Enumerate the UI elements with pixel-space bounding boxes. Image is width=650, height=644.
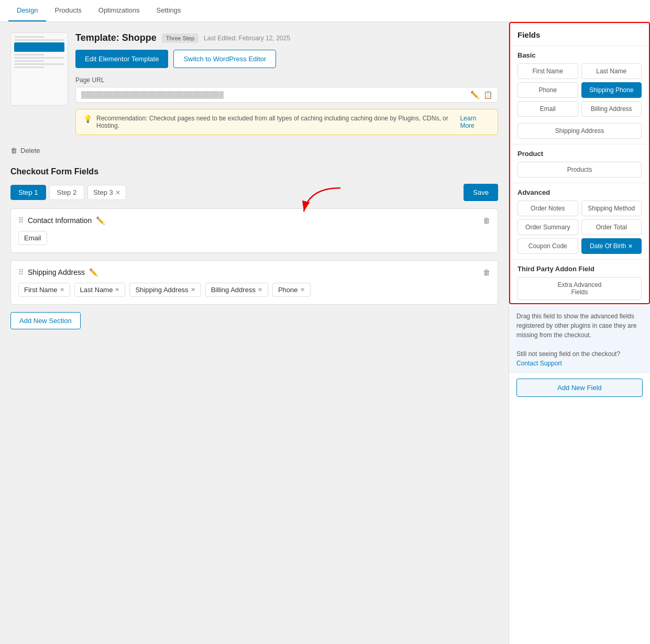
contact-information-section: ⠿ Contact Information ✏️ 🗑 Email <box>10 208 498 253</box>
step-tab-1[interactable]: Step 1 <box>10 185 46 200</box>
basic-category: Basic <box>510 48 649 60</box>
step-tab-2[interactable]: Step 2 <box>49 185 85 200</box>
edit-section-icon[interactable]: ✏️ <box>96 216 105 225</box>
template-badge: Three Step <box>162 34 199 43</box>
last-edited: Last Edited: February 12, 2025 <box>204 35 290 42</box>
field-products[interactable]: Products <box>517 162 642 177</box>
product-category: Product <box>510 147 649 159</box>
trash-icon: 🗑 <box>10 147 17 154</box>
tab-products[interactable]: Products <box>46 0 90 21</box>
field-last-name[interactable]: Last Name <box>581 63 642 79</box>
info-box: Drag this field to show the advanced fie… <box>509 306 650 373</box>
section-shipping-label: Shipping Address <box>28 268 85 276</box>
top-nav: Design Products Optimizations Settings <box>0 0 650 22</box>
remove-lastname-icon[interactable]: ✕ <box>115 286 119 293</box>
step3-close-icon[interactable]: ✕ <box>115 189 120 196</box>
field-phone[interactable]: Phone <box>517 82 578 98</box>
drag-handle-icon-2: ⠿ <box>18 268 24 276</box>
add-new-field-button[interactable]: Add New Field <box>516 379 643 397</box>
field-email[interactable]: Email <box>517 101 578 117</box>
field-extra-advanced[interactable]: Extra Advanced Fields <box>517 277 642 300</box>
lightbulb-icon: 💡 <box>83 115 92 123</box>
save-button[interactable]: Save <box>464 184 498 201</box>
tab-design[interactable]: Design <box>8 0 46 21</box>
advanced-category: Advanced <box>510 185 649 197</box>
delete-shipping-icon[interactable]: 🗑 <box>483 268 490 276</box>
page-url-field: ████████████████████████████████ ✏️ 📋 <box>75 87 498 103</box>
page-url-value: ████████████████████████████████ <box>81 91 470 98</box>
fields-panel-title: Fields <box>510 23 649 43</box>
third-party-category: Third Party Addon Field <box>510 262 649 274</box>
edit-elementor-btn[interactable]: Edit Elementor Template <box>75 50 168 68</box>
field-date-of-birth[interactable]: Date Of Birth ✕ <box>581 238 642 254</box>
edit-shipping-icon[interactable]: ✏️ <box>89 268 98 276</box>
remove-firstname-icon[interactable]: ✕ <box>60 286 64 293</box>
delete-section-icon[interactable]: 🗑 <box>483 216 490 225</box>
delete-button[interactable]: 🗑 Delete <box>10 147 40 154</box>
remove-phone-icon[interactable]: ✕ <box>300 286 305 293</box>
remove-billing-address-icon[interactable]: ✕ <box>258 286 262 293</box>
shipping-address-section: ⠿ Shipping Address ✏️ 🗑 First Name ✕ Las… <box>10 260 498 305</box>
section-contact-label: Contact Information <box>28 216 92 225</box>
recommendation-box: 💡 Recommendation: Checkout pages need to… <box>75 109 498 135</box>
field-order-summary[interactable]: Order Summary <box>517 219 578 235</box>
edit-url-icon[interactable]: ✏️ <box>470 91 479 99</box>
template-preview <box>10 32 68 106</box>
field-tag-billing-address[interactable]: Billing Address ✕ <box>205 283 268 297</box>
switch-wordpress-btn[interactable]: Switch to WordPress Editor <box>173 50 276 68</box>
template-title: Template: Shoppe <box>75 32 157 43</box>
contact-support-link[interactable]: Contact Support <box>516 360 562 367</box>
recommendation-text: Recommendation: Checkout pages need to b… <box>96 115 450 129</box>
learn-more-link[interactable]: Learn More <box>460 115 490 129</box>
add-new-section-button[interactable]: Add New Section <box>10 312 81 329</box>
section-title: Checkout Form Fields <box>10 167 498 176</box>
field-tag-shipping-address[interactable]: Shipping Address ✕ <box>129 283 201 297</box>
field-coupon-code[interactable]: Coupon Code <box>517 238 578 254</box>
field-tag-email[interactable]: Email <box>18 231 47 245</box>
field-order-notes[interactable]: Order Notes <box>517 201 578 216</box>
field-order-total[interactable]: Order Total <box>581 219 642 235</box>
field-billing-address[interactable]: Billing Address <box>581 101 642 117</box>
fields-panel: Fields Basic First Name Last Name Phone … <box>509 22 650 304</box>
field-shipping-address-basic[interactable]: Shipping Address <box>517 123 642 139</box>
remove-shipping-address-icon[interactable]: ✕ <box>191 286 195 293</box>
date-of-birth-x-icon[interactable]: ✕ <box>628 243 633 250</box>
field-first-name[interactable]: First Name <box>517 63 578 79</box>
tab-settings[interactable]: Settings <box>148 0 190 21</box>
drag-handle-icon: ⠿ <box>18 216 24 225</box>
step-tab-3[interactable]: Step 3 ✕ <box>87 185 126 200</box>
field-shipping-method[interactable]: Shipping Method <box>581 201 642 216</box>
copy-url-icon[interactable]: 📋 <box>483 91 492 99</box>
field-tag-lastname[interactable]: Last Name ✕ <box>74 283 126 297</box>
field-tag-phone[interactable]: Phone ✕ <box>272 283 311 297</box>
field-shipping-phone[interactable]: Shipping Phone <box>581 82 642 98</box>
page-url-label: Page URL <box>75 76 498 84</box>
tab-optimizations[interactable]: Optimizations <box>90 0 148 21</box>
field-tag-firstname[interactable]: First Name ✕ <box>18 283 70 297</box>
